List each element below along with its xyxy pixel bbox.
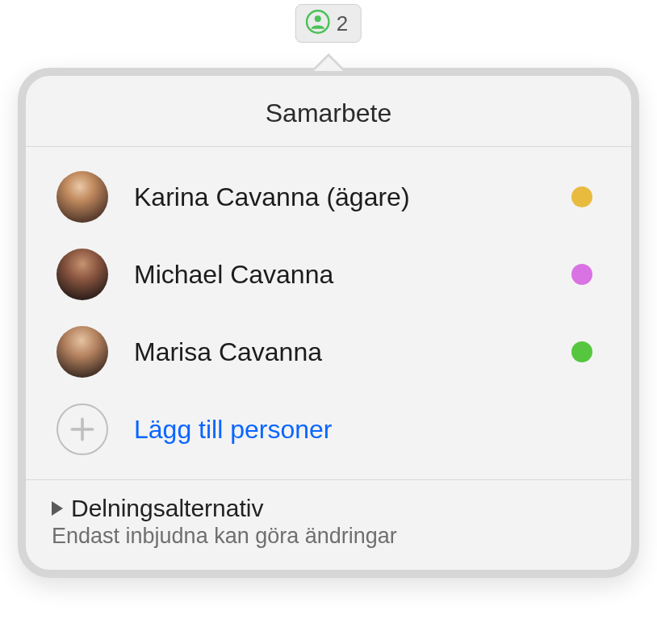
popover-body: Samarbete Karina Cavanna (ägare) Michael… — [18, 68, 639, 578]
participant-color-dot — [571, 186, 592, 207]
participant-row[interactable]: Marisa Cavanna — [50, 313, 607, 391]
svg-point-1 — [315, 15, 321, 22]
popover-arrow — [311, 53, 346, 71]
plus-icon — [56, 404, 108, 455]
sharing-options-title: Delningsalternativ — [71, 495, 263, 522]
disclosure-triangle-icon — [52, 501, 63, 516]
collaboration-toolbar-button[interactable]: 2 — [295, 4, 362, 43]
participant-color-dot — [571, 341, 592, 362]
avatar — [56, 249, 108, 300]
popover-title: Samarbete — [26, 76, 631, 146]
participant-row[interactable]: Karina Cavanna (ägare) — [50, 158, 607, 236]
participant-name: Marisa Cavanna — [134, 337, 546, 367]
participant-name: Michael Cavanna — [134, 260, 546, 290]
sharing-options-toggle[interactable]: Delningsalternativ Endast inbjudna kan g… — [26, 480, 631, 570]
person-icon — [306, 10, 330, 37]
avatar — [56, 326, 108, 378]
participant-color-dot — [571, 264, 592, 285]
sharing-options-subtitle: Endast inbjudna kan göra ändringar — [52, 524, 607, 549]
participant-count: 2 — [337, 11, 348, 36]
add-people-label: Lägg till personer — [134, 415, 332, 445]
sharing-options-header: Delningsalternativ — [50, 495, 607, 522]
participant-row[interactable]: Michael Cavanna — [50, 236, 607, 313]
collaboration-popover: Samarbete Karina Cavanna (ägare) Michael… — [18, 48, 639, 578]
participant-name: Karina Cavanna (ägare) — [134, 182, 546, 212]
avatar — [56, 171, 108, 223]
participants-list: Karina Cavanna (ägare) Michael Cavanna M… — [26, 147, 631, 479]
add-people-button[interactable]: Lägg till personer — [50, 391, 607, 473]
